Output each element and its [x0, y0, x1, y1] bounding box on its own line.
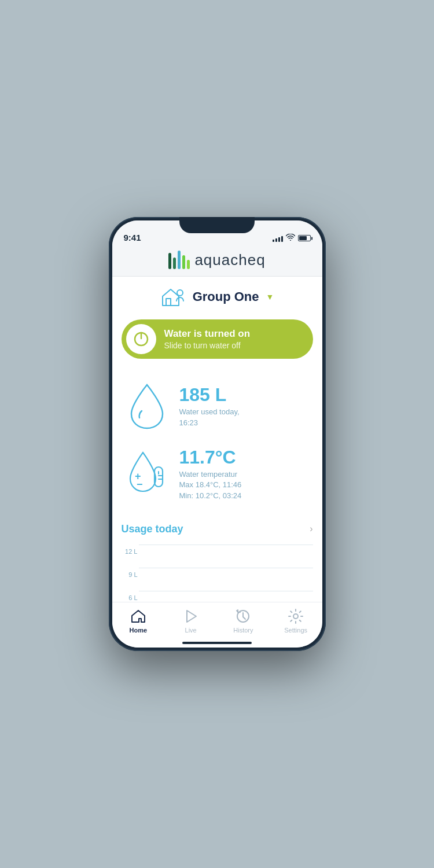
logo: aquacheq	[168, 251, 265, 269]
wifi-icon	[286, 234, 295, 242]
chart-expand-icon[interactable]: ›	[310, 524, 312, 534]
group-name: Group One	[193, 289, 259, 304]
live-nav-label: Live	[185, 627, 197, 634]
svg-text:−: −	[137, 479, 143, 490]
usage-chart: 12 L 9 L 6 L 3 L	[122, 545, 313, 602]
history-nav-label: History	[233, 627, 253, 634]
nav-home[interactable]: Home	[112, 608, 165, 634]
status-time: 9:41	[124, 233, 141, 242]
home-nav-label: Home	[130, 627, 148, 634]
bottom-navigation: Home Live History	[112, 602, 322, 648]
water-volume-desc: Water used today,16:23	[179, 407, 311, 428]
phone-screen: 9:41	[112, 220, 322, 648]
live-nav-icon	[183, 608, 199, 624]
signal-icon	[273, 235, 283, 242]
power-button-icon	[126, 324, 156, 354]
logo-bars-icon	[168, 251, 190, 269]
dropdown-arrow-icon[interactable]: ▼	[266, 292, 274, 301]
main-content: Group One ▼ Water is turned on Slide to …	[112, 277, 322, 602]
app-header: aquacheq	[112, 246, 322, 277]
temperature-icon: + −	[124, 450, 170, 499]
notch	[179, 217, 255, 233]
temperature-data: 11.7°C Water temperaturMax 18.4°C, 11:46…	[179, 447, 311, 501]
temperature-stat: + − 11.7°C Water temperaturMax 18.4°C, 1…	[124, 439, 311, 509]
nav-settings[interactable]: Settings	[270, 608, 322, 634]
history-nav-icon	[235, 608, 251, 624]
logo-text: aquacheq	[194, 251, 265, 269]
chart-title: Usage today	[122, 523, 183, 535]
temperature-desc: Water temperaturMax 18.4°C, 11:46Min: 10…	[179, 469, 311, 501]
water-status-text: Water is turned on	[164, 328, 301, 340]
svg-point-9	[293, 614, 298, 619]
water-volume-data: 185 L Water used today,16:23	[179, 385, 311, 428]
status-icons	[273, 234, 311, 242]
chart-bars	[139, 545, 313, 602]
chart-header[interactable]: Usage today ›	[122, 520, 313, 545]
water-toggle-button[interactable]: Water is turned on Slide to turn water o…	[122, 319, 313, 359]
battery-icon	[298, 235, 311, 241]
home-group-icon	[160, 286, 186, 308]
nav-history[interactable]: History	[217, 608, 270, 634]
group-selector[interactable]: Group One ▼	[112, 277, 322, 315]
temperature-value: 11.7°C	[179, 447, 311, 468]
chart-section: Usage today › 12 L 9 L 6 L	[112, 515, 322, 602]
water-volume-stat: 185 L Water used today,16:23	[124, 374, 311, 439]
phone-frame: 9:41	[109, 217, 326, 651]
home-nav-icon	[130, 608, 146, 624]
svg-point-0	[177, 290, 183, 296]
water-volume-value: 185 L	[179, 385, 311, 405]
settings-nav-icon	[288, 608, 304, 624]
settings-nav-label: Settings	[284, 627, 307, 634]
toggle-text: Water is turned on Slide to turn water o…	[164, 328, 301, 351]
water-instruction-text: Slide to turn water off	[164, 340, 301, 351]
home-indicator	[182, 642, 252, 644]
water-drop-icon	[124, 382, 170, 431]
stats-area: 185 L Water used today,16:23	[112, 368, 322, 515]
nav-live[interactable]: Live	[164, 608, 217, 634]
